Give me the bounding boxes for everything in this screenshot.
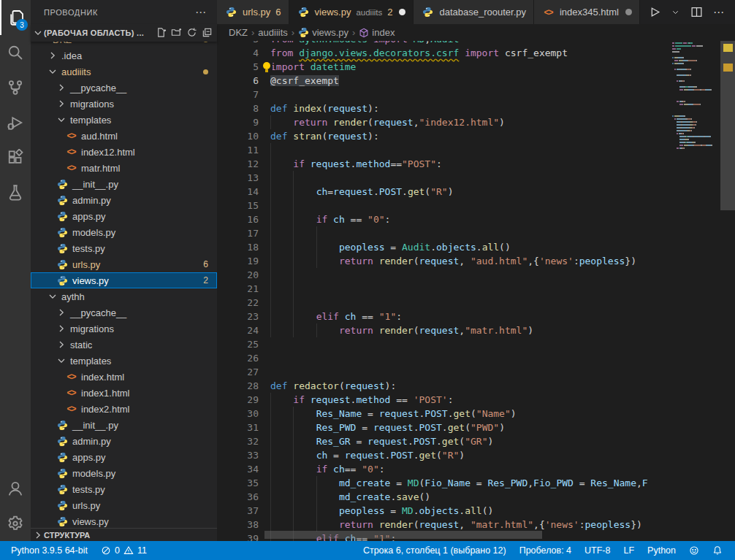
- status-indentation[interactable]: Пробелов: 4: [514, 541, 576, 560]
- line-number[interactable]: 19: [217, 254, 262, 268]
- code-line[interactable]: 31 Res_PWD = request.POST.get("PWD"): [217, 421, 735, 434]
- line-number[interactable]: 37: [217, 504, 262, 518]
- status-encoding[interactable]: UTF-8: [579, 541, 615, 560]
- tree-item-matr.html[interactable]: <>matr.html: [31, 160, 217, 176]
- code-line[interactable]: 35 md_create = MD(Fio_Name = Res_PWD,Fio…: [217, 476, 735, 490]
- code-line[interactable]: 21: [217, 282, 735, 296]
- tab-views.py[interactable]: views.pyaudiiits2: [289, 0, 414, 24]
- tree-item-tests.py[interactable]: tests.py: [31, 481, 217, 497]
- line-number[interactable]: 15: [217, 199, 262, 212]
- activity-search-icon[interactable]: [0, 35, 31, 70]
- line-number[interactable]: 8: [217, 101, 262, 115]
- code-line[interactable]: 7: [217, 88, 735, 101]
- tree-item-migrations[interactable]: migrations: [31, 321, 217, 337]
- tree-item-aud.html[interactable]: <>aud.html: [31, 128, 217, 144]
- split-editor-button[interactable]: [690, 6, 703, 18]
- tree-item-index.html[interactable]: <>index.html: [31, 369, 217, 385]
- tree-item-templates[interactable]: templates: [31, 112, 217, 128]
- code-line[interactable]: 10def stran(request):: [217, 129, 735, 143]
- line-number[interactable]: 21: [217, 282, 262, 296]
- tree-item-index2.html[interactable]: <>index2.html: [31, 401, 217, 417]
- more-actions-button[interactable]: ⋯: [713, 6, 725, 19]
- line-number[interactable]: 20: [217, 268, 262, 282]
- line-number[interactable]: 38: [217, 518, 262, 532]
- line-number[interactable]: 5: [217, 60, 262, 74]
- tree-item-views.py[interactable]: views.py: [31, 513, 217, 528]
- tab-database_roouter.py[interactable]: database_roouter.py: [414, 0, 534, 24]
- tree-item-DKZ[interactable]: DKZ: [31, 42, 217, 47]
- run-button[interactable]: [648, 6, 660, 18]
- activity-settings-icon[interactable]: [0, 506, 31, 541]
- tree-item-aythh[interactable]: aythh: [31, 288, 217, 304]
- line-number[interactable]: 25: [217, 337, 262, 351]
- breadcrumb-item-audiiits[interactable]: audiiits: [258, 27, 287, 38]
- tree-item-migrations[interactable]: migrations: [31, 96, 217, 112]
- code-line[interactable]: 14 ch=request.POST.get("R"): [217, 185, 735, 199]
- code-line[interactable]: 15: [217, 199, 735, 212]
- tree-item-index12.html[interactable]: <>index12.html: [31, 144, 217, 160]
- code-line[interactable]: 17: [217, 226, 735, 240]
- tree-item-static[interactable]: static: [31, 337, 217, 353]
- code-line[interactable]: 23 elif ch == "1":: [217, 310, 735, 323]
- status-notifications[interactable]: [707, 541, 728, 560]
- minimap[interactable]: [672, 41, 712, 541]
- line-number[interactable]: 4: [217, 46, 262, 60]
- tree-item-__init__.py[interactable]: __init__.py: [31, 417, 217, 433]
- code-line[interactable]: 13: [217, 171, 735, 185]
- line-number[interactable]: 34: [217, 462, 262, 476]
- horizontal-scrollbar-thumb[interactable]: [264, 531, 542, 539]
- code-line[interactable]: 9 return render(request,"index12.html"): [217, 115, 735, 129]
- code-line[interactable]: 8def index(request):: [217, 101, 735, 115]
- code-line[interactable]: 11: [217, 143, 735, 157]
- activity-explorer-icon[interactable]: 3: [0, 0, 31, 35]
- status-problems[interactable]: 011: [96, 541, 152, 560]
- tab-urls.py[interactable]: urls.py6: [217, 0, 289, 24]
- code-line[interactable]: 22: [217, 296, 735, 310]
- tree-item-views.py[interactable]: views.py2: [31, 272, 217, 288]
- code-line[interactable]: 34 if ch== "0":: [217, 462, 735, 476]
- line-number[interactable]: 14: [217, 185, 262, 199]
- activity-testing-icon[interactable]: [0, 175, 31, 210]
- status-eol[interactable]: LF: [618, 541, 639, 560]
- workspace-section-header[interactable]: (РАБОЧАЯ ОБЛАСТЬ) ...: [31, 24, 217, 42]
- line-number[interactable]: 29: [217, 393, 262, 407]
- line-number[interactable]: 31: [217, 421, 262, 434]
- tree-item-models.py[interactable]: models.py: [31, 224, 217, 240]
- code-line[interactable]: 25: [217, 337, 735, 351]
- tree-item-models.py[interactable]: models.py: [31, 465, 217, 481]
- activity-run-debug-icon[interactable]: [0, 105, 31, 140]
- line-number[interactable]: 9: [217, 115, 262, 129]
- status-cursor-position[interactable]: Строка 6, столбец 1 (выбрано 12): [358, 541, 511, 560]
- tree-item-urls.py[interactable]: urls.py6: [31, 256, 217, 272]
- tree-item-apps.py[interactable]: apps.py: [31, 208, 217, 224]
- section-action-refresh-icon[interactable]: [186, 27, 197, 39]
- code-line[interactable]: 38 return render(request, "matr.html",{'…: [217, 518, 735, 532]
- code-line[interactable]: 29 if request.method == 'POST':: [217, 393, 735, 407]
- code-line[interactable]: 27: [217, 365, 735, 379]
- code-line[interactable]: 24 return render(request,"matr.html"): [217, 323, 735, 337]
- line-number[interactable]: 27: [217, 365, 262, 379]
- code-line[interactable]: 20: [217, 268, 735, 282]
- line-number[interactable]: 13: [217, 171, 262, 185]
- tree-item-tests.py[interactable]: tests.py: [31, 240, 217, 256]
- code-line[interactable]: 6@csrf_exempt: [217, 74, 735, 88]
- code-line[interactable]: 16 if ch == "0":: [217, 212, 735, 226]
- line-number[interactable]: 36: [217, 490, 262, 504]
- lightbulb-icon[interactable]: [262, 62, 273, 73]
- breadcrumb-item-views.py[interactable]: views.py: [298, 27, 349, 38]
- line-number[interactable]: 32: [217, 434, 262, 448]
- line-number[interactable]: 10: [217, 129, 262, 143]
- tree-item-__init__.py[interactable]: __init__.py: [31, 176, 217, 192]
- line-number[interactable]: 28: [217, 379, 262, 393]
- section-action-new-file-icon[interactable]: [156, 27, 167, 39]
- tree-item-apps.py[interactable]: apps.py: [31, 449, 217, 465]
- code-line[interactable]: 18 peopless = Audit.objects.all(): [217, 240, 735, 254]
- code-line[interactable]: 19 return render(request, "aud.html",{'n…: [217, 254, 735, 268]
- line-number[interactable]: 11: [217, 143, 262, 157]
- outline-section-header[interactable]: СТРУКТУРА: [31, 528, 217, 541]
- tree-item-admin.py[interactable]: admin.py: [31, 192, 217, 208]
- code-line[interactable]: 12 if request.method=="POST":: [217, 157, 735, 171]
- code-line[interactable]: 4from django.views.decorators.csrf impor…: [217, 46, 735, 60]
- line-number[interactable]: 7: [217, 88, 262, 101]
- line-number[interactable]: 16: [217, 212, 262, 226]
